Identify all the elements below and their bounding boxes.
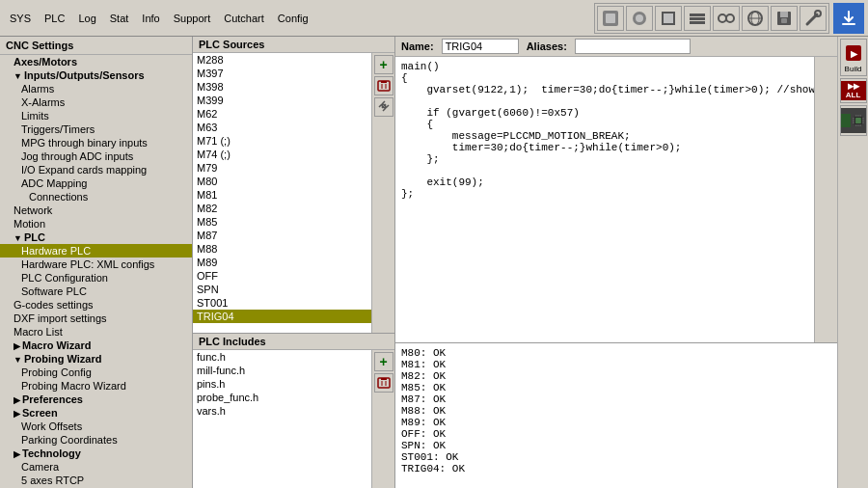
plc-source-item[interactable]: M89: [193, 256, 371, 269]
sidebar-item-macro-wizard[interactable]: ▶Macro Wizard: [0, 339, 192, 352]
menu-bar: SYS PLC Log Stat Info Support Cutchart C…: [4, 11, 590, 26]
sidebar-item-probing-config[interactable]: Probing Config: [0, 366, 192, 379]
sidebar-item-mpg[interactable]: MPG through binary inputs: [0, 136, 192, 149]
sidebar-item-axes[interactable]: Axes/Motors: [0, 55, 192, 68]
menu-support[interactable]: Support: [168, 11, 217, 26]
aliases-input[interactable]: [575, 39, 691, 54]
sidebar-item-preferences[interactable]: ▶Preferences: [0, 393, 192, 406]
sidebar-item-macro-list[interactable]: Macro List: [0, 325, 192, 339]
sidebar-item-io-expand[interactable]: I/O Expand cards mapping: [0, 163, 192, 176]
plc-include-item[interactable]: pins.h: [193, 377, 371, 391]
plc-includes-panel: PLC Includes func.hmill-func.hpins.hprob…: [193, 334, 394, 488]
trash-icon: [377, 78, 391, 95]
plc-source-item[interactable]: M74 (;): [193, 148, 371, 161]
toolbar-icons: [594, 3, 829, 34]
menu-plc[interactable]: PLC: [39, 11, 70, 26]
menu-info[interactable]: Info: [136, 11, 165, 26]
sidebar-item-jog[interactable]: Jog through ADC inputs: [0, 149, 192, 163]
menu-cutchart[interactable]: Cutchart: [218, 11, 270, 26]
trash-icon-includes: [377, 375, 391, 392]
sidebar-item-triggers[interactable]: Triggers/Timers: [0, 122, 192, 136]
right-panel: Name: Aliases: main() { gvarset(9122,1);…: [395, 37, 837, 488]
plc-source-item[interactable]: M79: [193, 161, 371, 175]
menu-stat[interactable]: Stat: [104, 11, 135, 26]
chip-button[interactable]: [840, 105, 867, 136]
sidebar-item-xalarms[interactable]: X-Alarms: [0, 95, 192, 109]
log-area: M80: OK M81: OK M82: OK M85: OK M87: OK …: [395, 343, 837, 488]
plc-include-item[interactable]: mill-func.h: [193, 364, 371, 377]
plc-source-item[interactable]: M288: [193, 53, 371, 67]
plc-source-item[interactable]: M398: [193, 80, 371, 94]
menu-sys[interactable]: SYS: [4, 11, 37, 26]
plc-source-item[interactable]: M80: [193, 175, 371, 188]
sidebar-item-camera[interactable]: Camera: [0, 460, 192, 474]
toolbar: SYS PLC Log Stat Info Support Cutchart C…: [0, 0, 868, 37]
download-button[interactable]: [833, 3, 864, 34]
plc-source-item[interactable]: M82: [193, 202, 371, 215]
sidebar-item-technology[interactable]: ▶Technology: [0, 447, 192, 460]
sidebar-item-plc-config[interactable]: PLC Configuration: [0, 271, 192, 285]
sidebar-item-adc[interactable]: ADC Mapping: [0, 176, 192, 190]
toolbar-btn-2[interactable]: [626, 6, 653, 31]
menu-log[interactable]: Log: [72, 11, 101, 26]
build-button[interactable]: ▶ Build: [840, 39, 867, 76]
plc-sources-delete-button[interactable]: [374, 76, 393, 95]
code-editor[interactable]: main() { gvarset(9122,1); timer=30;do{ti…: [395, 57, 814, 342]
plc-sources-list: M288M397M398M399M62M63M71 (;)M74 (;)M79M…: [193, 53, 371, 333]
plc-source-item[interactable]: OFF: [193, 269, 371, 283]
sidebar-item-gcodes[interactable]: G-codes settings: [0, 298, 192, 312]
plc-source-item[interactable]: M71 (;): [193, 134, 371, 148]
plc-includes-delete-button[interactable]: [374, 373, 393, 393]
sidebar-item-parking[interactable]: Parking Coordinates: [0, 433, 192, 447]
plc-source-item[interactable]: M62: [193, 107, 371, 121]
plc-source-item[interactable]: M88: [193, 242, 371, 256]
plc-sources-panel: PLC Sources M288M397M398M399M62M63M71 (;…: [193, 37, 394, 334]
toolbar-btn-4[interactable]: [684, 6, 711, 31]
plc-source-item[interactable]: SPN: [193, 283, 371, 296]
sidebar-item-probing-macro[interactable]: Probing Macro Wizard: [0, 379, 192, 393]
sidebar-item-ios[interactable]: ▼Inputs/Outputs/Sensors: [0, 68, 192, 82]
plc-include-item[interactable]: func.h: [193, 350, 371, 364]
build-panel: ▶ Build ▶▶ ALL: [837, 37, 868, 488]
plc-include-item[interactable]: vars.h: [193, 404, 371, 418]
plc-sources-link-button[interactable]: [374, 97, 393, 117]
sidebar-item-motion[interactable]: Motion: [0, 217, 192, 230]
sidebar-item-work-offsets[interactable]: Work Offsets: [0, 420, 192, 433]
sidebar-item-network[interactable]: Network: [0, 203, 192, 217]
name-input[interactable]: [442, 39, 519, 54]
menu-config[interactable]: Config: [272, 11, 314, 26]
sidebar-item-alarms[interactable]: Alarms: [0, 82, 192, 95]
plc-source-item[interactable]: ST001: [193, 296, 371, 310]
svg-text:▶: ▶: [850, 49, 857, 59]
sidebar-item-connections[interactable]: Connections: [0, 190, 192, 203]
sidebar-item-plc[interactable]: ▼PLC: [0, 230, 192, 244]
sidebar-item-screen[interactable]: ▶Screen: [0, 406, 192, 420]
sidebar-item-hardware-plc[interactable]: Hardware PLC: [0, 244, 192, 258]
plc-source-item[interactable]: M87: [193, 229, 371, 242]
plc-source-item[interactable]: M63: [193, 121, 371, 134]
plc-source-item[interactable]: TRIG04: [193, 310, 371, 323]
plc-source-item[interactable]: M81: [193, 188, 371, 202]
sidebar-item-hardware-plc-xml[interactable]: Hardware PLC: XML configs: [0, 258, 192, 271]
sidebar-item-software-plc[interactable]: Software PLC: [0, 285, 192, 298]
sidebar-item-limits[interactable]: Limits: [0, 109, 192, 122]
sidebar-item-5axes[interactable]: 5 axes RTCP: [0, 474, 192, 487]
toolbar-btn-5[interactable]: [713, 6, 740, 31]
sidebar-item-dxf[interactable]: DXF import settings: [0, 312, 192, 325]
sidebar-item-probing-wizard[interactable]: ▼Probing Wizard: [0, 352, 192, 366]
toolbar-btn-wrench[interactable]: [800, 6, 827, 31]
build-all-button[interactable]: ▶▶ ALL: [840, 78, 867, 103]
plc-sources-header: PLC Sources: [193, 37, 394, 53]
toolbar-btn-1[interactable]: [597, 6, 624, 31]
toolbar-btn-3[interactable]: [655, 6, 682, 31]
toolbar-btn-globe[interactable]: [742, 6, 769, 31]
svg-rect-8: [690, 21, 705, 24]
plc-include-item[interactable]: probe_func.h: [193, 391, 371, 404]
toolbar-btn-save[interactable]: [771, 6, 798, 31]
plc-source-item[interactable]: M397: [193, 67, 371, 80]
plc-sources-add-button[interactable]: +: [374, 55, 393, 74]
plc-source-item[interactable]: M399: [193, 94, 371, 107]
plc-includes-side-buttons: +: [371, 350, 394, 488]
plc-source-item[interactable]: M85: [193, 215, 371, 229]
plc-includes-add-button[interactable]: +: [374, 352, 393, 371]
